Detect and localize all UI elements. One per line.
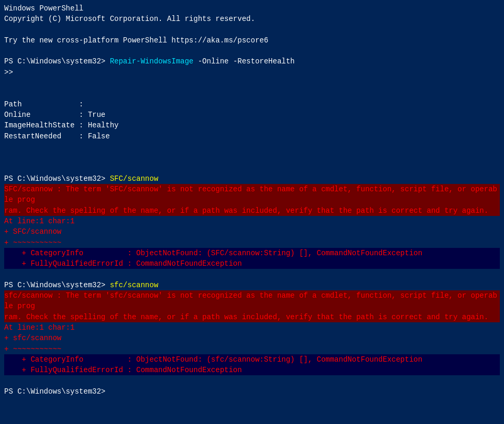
blank-line-2 bbox=[4, 46, 500, 56]
atline-2: At line:1 char:1 bbox=[4, 322, 500, 333]
continuation-line: >> bbox=[4, 67, 500, 78]
prompt-prefix-2: PS C:\Windows\system32> bbox=[4, 175, 110, 183]
try-line: Try the new cross-platform PowerShell ht… bbox=[4, 35, 500, 46]
catinfo-1: + CategoryInfo : ObjectNotFound: (SFC/sc… bbox=[4, 248, 500, 258]
fullyq-2: + FullyQualifiedErrorId : CommandNotFoun… bbox=[4, 365, 500, 375]
sfc1-command: SFC/scannow bbox=[110, 175, 158, 183]
prompt-prefix-3: PS C:\Windows\system32> bbox=[4, 281, 110, 289]
title-line: Windows PowerShell bbox=[4, 3, 500, 14]
prompt-repair: PS C:\Windows\system32> Repair-WindowsIm… bbox=[4, 56, 500, 67]
blank-line-7 bbox=[4, 162, 500, 173]
path-line: Path : bbox=[4, 99, 500, 110]
plus-sfc2: + sfc/scannow bbox=[4, 333, 500, 343]
blank-line-5 bbox=[4, 142, 500, 152]
prompt-sfc1: PS C:\Windows\system32> SFC/scannow bbox=[4, 173, 500, 184]
plus-sfc1: + SFC/scannow bbox=[4, 226, 500, 237]
sfc2-command: sfc/scannow bbox=[110, 281, 158, 289]
fullyq-1: + FullyQualifiedErrorId : CommandNotFoun… bbox=[4, 258, 500, 269]
blank-line-4 bbox=[4, 88, 500, 99]
catinfo-2: + CategoryInfo : ObjectNotFound: (sfc/sc… bbox=[4, 354, 500, 365]
error-line-4: ram. Check the spelling of the name, or … bbox=[4, 312, 500, 322]
repair-args: -Online -RestoreHealth bbox=[193, 57, 294, 66]
blank-line-8 bbox=[4, 269, 500, 279]
restart-line: RestartNeeded : False bbox=[4, 131, 500, 142]
error-line-3: sfc/scannow : The term 'sfc/scannow' is … bbox=[4, 290, 500, 312]
blank-line-3 bbox=[4, 78, 500, 88]
terminal-window: Windows PowerShell Copyright (C) Microso… bbox=[0, 0, 504, 424]
final-prompt: PS C:\Windows\system32> bbox=[4, 386, 500, 397]
prompt-sfc2: PS C:\Windows\system32> sfc/scannow bbox=[4, 280, 500, 290]
atline-1: At line:1 char:1 bbox=[4, 216, 500, 226]
blank-line-9 bbox=[4, 375, 500, 386]
blank-line-1 bbox=[4, 25, 500, 35]
health-line: ImageHealthState : Healthy bbox=[4, 120, 500, 131]
copyright-line: Copyright (C) Microsoft Corporation. All… bbox=[4, 14, 500, 24]
tilde-sfc1: + ~~~~~~~~~~~ bbox=[4, 237, 500, 248]
prompt-prefix: PS C:\Windows\system32> bbox=[4, 57, 110, 66]
blank-line-6 bbox=[4, 152, 500, 162]
tilde-sfc2: + ~~~~~~~~~~~ bbox=[4, 344, 500, 354]
error-line-1: SFC/scannow : The term 'SFC/scannow' is … bbox=[4, 184, 500, 205]
online-line: Online : True bbox=[4, 110, 500, 120]
error-line-2: ram. Check the spelling of the name, or … bbox=[4, 205, 500, 216]
repair-command: Repair-WindowsImage bbox=[110, 57, 194, 66]
